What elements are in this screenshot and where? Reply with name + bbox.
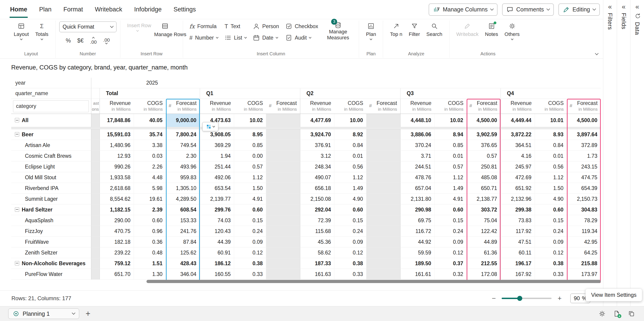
cell[interactable]: 122.42 [467,226,500,237]
cell[interactable]: 472.69 [500,172,535,183]
collapse-icon[interactable] [15,118,19,122]
cell[interactable]: 0.85 [434,140,467,151]
cell[interactable]: 4,289.50 [166,194,200,204]
cell[interactable]: 161.61 [400,269,434,280]
measure-header[interactable]: Revenuein Millions [300,99,334,114]
cell[interactable]: 64.25 [567,247,601,258]
cell[interactable]: 0.09 [334,237,366,247]
cell[interactable]: 292.04 [300,204,334,215]
cell[interactable]: 182.18 [100,237,134,247]
row-label[interactable]: FizzJoy [11,226,91,237]
quarter-header[interactable]: Q1 [200,88,300,99]
cell[interactable]: 0.36 [134,237,166,247]
cell[interactable]: 0.57 [434,161,467,172]
cell[interactable]: 0.12 [434,247,467,258]
cell[interactable]: 0.85 [234,140,266,151]
cell[interactable]: 653.54 [200,183,234,194]
cell[interactable]: 58.62 [300,247,334,258]
row-label[interactable]: Summit Lager [11,194,91,204]
collapse-icon[interactable] [15,132,19,136]
cell[interactable]: 0.01 [535,151,567,161]
cell[interactable]: 0.96 [134,226,166,237]
menu-tab-home[interactable]: Home [10,1,28,18]
row-label[interactable]: Old Mill Stout [11,172,91,183]
cell[interactable]: 3,872.22 [500,129,535,140]
cell[interactable]: 2,150.73 [567,194,601,204]
menu-tab-format[interactable]: Format [63,1,84,18]
manage-rows-button[interactable]: Manage Rows [151,20,179,39]
editing-mode-button[interactable]: Editing [558,3,600,16]
cell[interactable]: 40.05 [134,114,166,127]
cell[interactable]: 299.76 [200,204,234,215]
cell[interactable] [366,151,400,161]
cell[interactable]: 0.15 [535,215,567,226]
cell[interactable]: 0.12 [334,247,366,258]
cell[interactable]: 0.24 [535,226,567,237]
cell[interactable]: 370.24 [400,140,434,151]
cell[interactable]: 4,448.10 [400,114,434,127]
cell[interactable]: 299.38 [500,204,535,215]
cell[interactable]: 244.51 [400,161,434,172]
expand-panel-icon[interactable]: « [608,3,612,10]
cell[interactable] [266,247,300,258]
cell[interactable]: 167.92 [500,269,535,280]
cell[interactable] [266,172,300,183]
cell[interactable]: 1.12 [535,172,567,183]
insert-person-button[interactable]: Person [250,21,282,31]
view-item-settings-tooltip[interactable]: View Item Settings [586,289,642,301]
cell[interactable]: 4.16 [500,151,535,161]
row-label[interactable]: FruitWave [11,237,91,247]
expand-panel-icon[interactable]: « [622,3,626,10]
cell[interactable]: 3.71 [400,151,434,161]
cell[interactable]: 153.33 [166,215,200,226]
cell[interactable]: 10.02 [234,114,266,127]
cell[interactable] [266,215,300,226]
cell[interactable]: 651.70 [100,269,134,280]
cell[interactable]: 1.73 [567,151,601,161]
cell[interactable]: 1.12 [334,172,366,183]
cell[interactable]: 0.09 [535,237,567,247]
cell[interactable] [366,183,400,194]
cell[interactable]: 243.15 [567,161,601,172]
cell[interactable]: 2,618.68 [100,183,134,194]
cell[interactable]: 15,591.03 [100,129,134,140]
cell[interactable] [366,204,400,215]
cell[interactable]: 1,933.58 [100,172,134,183]
row-label[interactable]: PureFlow Water [11,269,91,280]
cell[interactable]: 172.08 [467,269,500,280]
cell[interactable]: 0.32 [434,269,467,280]
cell[interactable]: 654.39 [567,183,601,194]
menu-tab-settings[interactable]: Settings [173,1,196,18]
cell[interactable] [366,194,400,204]
cell[interactable]: 1,480.96 [100,140,134,151]
cell[interactable]: 45.36 [300,237,334,247]
cell[interactable]: 474.75 [567,172,601,183]
cell[interactable]: 17,848.86 [100,114,134,127]
cell[interactable]: 492.06 [200,172,234,183]
cell[interactable]: 7,800.24 [166,129,200,140]
cell[interactable]: 490.07 [300,172,334,183]
cell[interactable]: 8.95 [234,129,266,140]
cell[interactable]: 75.04 [467,215,500,226]
cell[interactable]: 212.55 [467,258,500,269]
insert-list-button[interactable]: List [222,33,249,42]
cell[interactable]: 4.91 [234,194,266,204]
cell[interactable]: 749.54 [166,140,200,151]
row-label[interactable]: AquaSplash [11,215,91,226]
insert-date-button[interactable]: Date [250,33,282,42]
search-button[interactable]: Search [423,20,446,39]
cell[interactable]: 0.00 [234,151,266,161]
insert-number-button[interactable]: #Number [187,33,221,42]
cell[interactable]: 115.68 [300,226,334,237]
row-label[interactable]: Eclipse Light [11,161,91,172]
cell[interactable] [366,161,400,172]
cell[interactable]: 74.03 [200,215,234,226]
measure-header[interactable]: COGSin Millions [334,99,366,114]
cell[interactable]: 0.48 [134,247,166,258]
cell[interactable] [266,151,300,161]
cell[interactable]: 9,000.00 [166,114,200,127]
insert-checkbox-button[interactable]: Checkbox [283,21,321,31]
layout-button[interactable]: Layout [10,20,32,42]
cell[interactable]: 0.60 [334,204,366,215]
cell[interactable]: 1.12 [234,172,266,183]
